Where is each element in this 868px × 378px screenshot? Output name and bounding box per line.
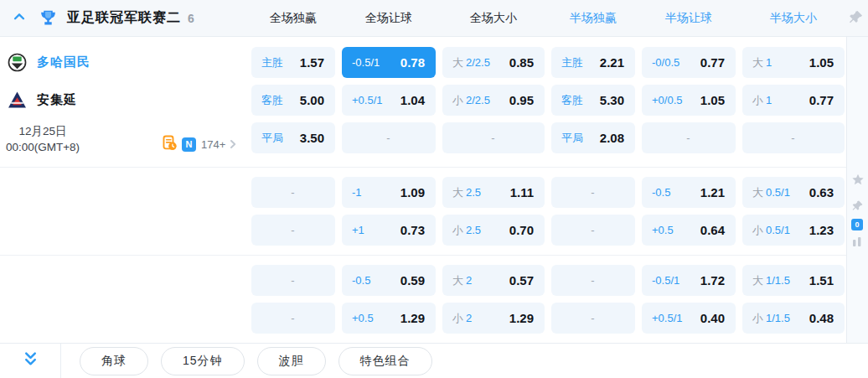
odds-label: +0.5/1 (652, 312, 683, 324)
odds-label: 平局 (561, 131, 583, 146)
odds-cell[interactable]: 小0.5/11.23 (742, 215, 845, 246)
home-team-crest-icon (7, 53, 27, 72)
odds-cell[interactable]: 客胜5.30 (551, 85, 635, 116)
stats-bars-icon[interactable] (851, 236, 863, 251)
odds-label: +0/0.5 (652, 94, 683, 106)
odds-label: -0.5/1 (352, 56, 380, 69)
odds-label: 主胜 (261, 55, 283, 70)
odds-label: 小2.5 (452, 223, 481, 238)
odds-label: 小2 (452, 311, 472, 326)
odds-label: -0.5 (352, 274, 370, 287)
odds-cell[interactable]: 平局2.08 (551, 122, 635, 153)
odds-cell-empty: - (251, 177, 335, 208)
market-tab-button-3[interactable]: 特色组合 (338, 347, 432, 375)
odds-cell[interactable]: 小2/2.50.95 (442, 85, 545, 116)
odds-value: 1.05 (700, 93, 725, 107)
odds-label: 小0.5/1 (752, 223, 790, 238)
odds-cell[interactable]: -0.5/10.78 (342, 47, 436, 78)
odds-cell[interactable]: 大20.57 (442, 265, 545, 296)
more-markets-link[interactable]: N 174+ (162, 136, 239, 153)
chevron-up-icon (12, 9, 27, 28)
odds-cell[interactable]: +0.50.64 (642, 215, 736, 246)
odds-label: 小1 (752, 93, 772, 108)
odds-cell[interactable]: +0.5/10.40 (642, 303, 736, 334)
league-match-count: 6 (188, 12, 194, 25)
odds-cell[interactable]: 平局3.50 (251, 122, 335, 153)
odds-label-prefix: 大 (452, 186, 463, 199)
pin-small-icon[interactable] (851, 199, 864, 215)
odds-cell-empty: - (551, 303, 635, 334)
odds-label-prefix: 小 (452, 312, 463, 324)
favorite-star-icon[interactable] (851, 173, 865, 189)
odds-group-third: --0.50.59大20.57--0.5/11.72大1/1.51.51-+0.… (251, 265, 845, 334)
odds-value: 0.78 (400, 55, 425, 70)
odds-cell[interactable]: 小21.29 (442, 303, 545, 334)
odds-label: 大2.5 (452, 185, 481, 200)
odds-value: 0.77 (809, 93, 834, 107)
odds-cell[interactable]: 客胜5.00 (251, 85, 335, 116)
odds-value: 1.21 (700, 185, 725, 199)
odds-group-second: --11.09大2.51.11--0.51.21大0.5/10.63-+10.7… (251, 177, 845, 246)
pin-icon[interactable] (848, 9, 864, 28)
odds-cell[interactable]: +0/0.51.05 (642, 85, 736, 116)
odds-cell[interactable]: 小10.77 (742, 85, 845, 116)
column-header-2: 全场大小 (442, 11, 545, 26)
odds-value: 1.09 (400, 185, 425, 199)
odds-value: 1.04 (400, 93, 425, 107)
odds-value: 0.57 (509, 273, 534, 287)
away-team-row: 安集延 (7, 85, 77, 116)
odds-cell[interactable]: 大2/2.50.85 (442, 47, 545, 78)
odds-cell-empty: - (342, 122, 436, 153)
odds-cell[interactable]: -0.50.59 (342, 265, 436, 296)
odds-cell[interactable]: 大2.51.11 (442, 177, 545, 208)
odds-cell[interactable]: +0.5/11.04 (342, 85, 436, 116)
odds-label: 小2/2.5 (452, 93, 490, 108)
odds-cell[interactable]: 主胜2.21 (551, 47, 635, 78)
odds-cell[interactable]: +10.73 (342, 215, 436, 246)
zero-badge-icon[interactable]: 0 (851, 219, 863, 230)
odds-value: 5.30 (600, 93, 624, 107)
odds-cell[interactable]: -11.09 (342, 177, 436, 208)
odds-cell-empty: - (251, 303, 335, 334)
odds-label-prefix: 大 (752, 56, 763, 69)
odds-cell-empty: - (251, 215, 335, 246)
market-tabs-bar: 角球15分钟波胆特色组合 (0, 343, 868, 378)
odds-value: 0.73 (400, 223, 425, 237)
odds-cell-empty: - (551, 215, 635, 246)
market-tab-button-2[interactable]: 波胆 (257, 347, 326, 375)
odds-value: 1.57 (300, 55, 324, 70)
odds-cell[interactable]: -0.51.21 (642, 177, 736, 208)
odds-label: -1 (352, 186, 362, 199)
odds-cell[interactable]: -0.5/11.72 (642, 265, 736, 296)
away-team-name: 安集延 (37, 92, 77, 108)
column-header-1: 全场让球 (342, 11, 436, 26)
collapse-league-button[interactable] (8, 8, 30, 29)
home-team-name: 多哈国民 (37, 54, 90, 70)
market-tab-button-0[interactable]: 角球 (80, 347, 148, 375)
chevron-right-icon (227, 138, 239, 150)
odds-value: 0.77 (700, 55, 725, 70)
match-date: 12月25日 (0, 123, 96, 139)
odds-value: 0.63 (809, 185, 834, 199)
odds-cell[interactable]: 大1/1.51.51 (742, 265, 845, 296)
odds-label-prefix: 大 (752, 186, 763, 199)
odds-cell-empty: - (551, 177, 635, 208)
odds-cell[interactable]: 小2.50.70 (442, 215, 545, 246)
odds-label: -0.5 (652, 186, 670, 199)
market-tab-button-1[interactable]: 15分钟 (161, 347, 245, 375)
odds-cell[interactable]: 大11.05 (742, 47, 845, 78)
odds-cell[interactable]: +0.51.29 (342, 303, 436, 334)
odds-cell[interactable]: 小1/1.50.48 (742, 303, 845, 334)
odds-cell-empty: - (642, 122, 736, 153)
odds-label: 客胜 (561, 93, 583, 108)
odds-value: 1.51 (809, 273, 834, 287)
odds-cell[interactable]: 主胜1.57 (251, 47, 335, 78)
stats-doc-icon (162, 135, 178, 154)
odds-label: +0.5 (352, 312, 374, 324)
trophy-icon (37, 9, 59, 27)
odds-cell[interactable]: 大0.5/10.63 (742, 177, 845, 208)
odds-value: 1.29 (509, 311, 534, 325)
odds-cell-empty: - (442, 122, 545, 153)
expand-more-button[interactable] (0, 350, 60, 371)
odds-cell[interactable]: -0/0.50.77 (642, 47, 736, 78)
